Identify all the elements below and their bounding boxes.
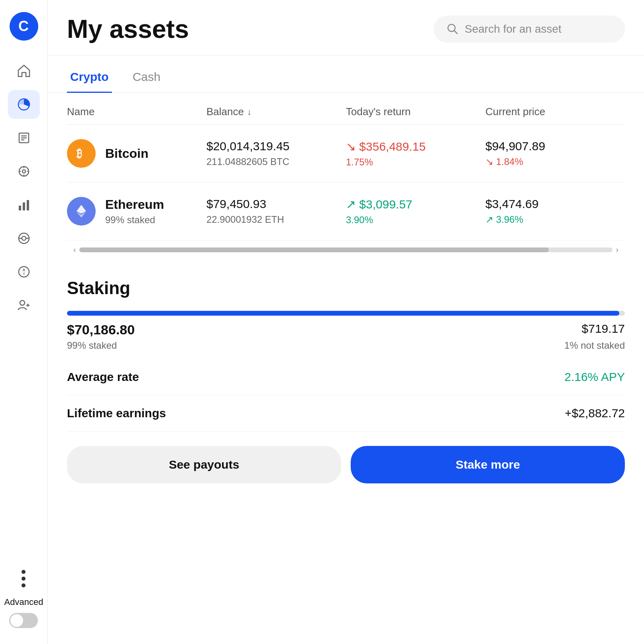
bitcoin-icon: ₿ <box>67 139 96 168</box>
scrollbar-thumb <box>79 247 549 252</box>
table-row[interactable]: Ethereum 99% staked $79,450.93 22.900019… <box>67 183 625 240</box>
average-rate-value: 2.16% APY <box>564 370 625 384</box>
svg-rect-13 <box>23 202 25 210</box>
staking-sub-labels: 99% staked 1% not staked <box>67 340 625 351</box>
col-balance[interactable]: Balance ↓ <box>206 106 346 118</box>
ethereum-subtitle: 99% staked <box>105 214 164 226</box>
scroll-left-arrow[interactable]: ‹ <box>73 245 76 254</box>
bitcoin-return: ↘ $356,489.15 1.75% <box>346 139 485 168</box>
svg-point-22 <box>20 300 25 305</box>
scroll-right-arrow[interactable]: › <box>616 245 618 254</box>
sidebar-item-portfolio[interactable] <box>8 90 40 119</box>
staking-bar-labels: $70,186.80 $719.17 <box>67 322 625 338</box>
sidebar-item-send[interactable] <box>8 224 40 253</box>
svg-rect-14 <box>27 200 29 210</box>
coinbase-logo[interactable]: C <box>10 12 38 41</box>
bitcoin-name: Bitcoin <box>105 146 148 161</box>
svg-line-26 <box>454 31 457 34</box>
header: My assets Search for an asset <box>48 0 644 55</box>
lifetime-earnings-value: +$2,882.72 <box>565 406 625 420</box>
staked-pct-label: 99% staked <box>67 340 117 351</box>
advanced-section: Advanced <box>4 597 43 628</box>
assets-table: Name Balance ↓ Today's return Current pr… <box>48 93 644 240</box>
sidebar-item-explore[interactable] <box>8 157 40 186</box>
ethereum-icon <box>67 197 96 226</box>
lifetime-earnings-label: Lifetime earnings <box>67 406 166 420</box>
staking-bar-fill <box>67 311 619 316</box>
more-menu-button[interactable] <box>22 570 26 587</box>
average-rate-row: Average rate 2.16% APY <box>67 359 625 395</box>
svg-rect-12 <box>19 206 21 210</box>
advanced-label: Advanced <box>4 597 43 607</box>
ethereum-balance: $79,450.93 22.90001932 ETH <box>206 197 346 225</box>
ethereum-name: Ethereum <box>105 197 164 212</box>
svg-marker-28 <box>77 205 86 214</box>
search-bar[interactable]: Search for an asset <box>434 16 625 43</box>
advanced-toggle[interactable] <box>9 613 38 628</box>
svg-marker-21 <box>22 272 26 275</box>
tabs: Crypto Cash <box>48 59 644 93</box>
sidebar-nav <box>0 57 47 570</box>
svg-point-7 <box>22 170 26 173</box>
svg-text:₿: ₿ <box>77 147 82 160</box>
col-current-price: Current price <box>485 106 625 118</box>
ethereum-price: $3,474.69 ↗ 3.96% <box>485 197 625 225</box>
asset-name-cell-ethereum: Ethereum 99% staked <box>67 197 206 226</box>
search-icon <box>446 23 459 35</box>
staking-bar-track <box>67 311 625 316</box>
table-row[interactable]: ₿ Bitcoin $20,014,319.45 211.04882605 BT… <box>67 125 625 183</box>
staking-bar-container: $70,186.80 $719.17 99% staked 1% not sta… <box>67 311 625 351</box>
sidebar: C <box>0 0 48 644</box>
lifetime-earnings-row: Lifetime earnings +$2,882.72 <box>67 395 625 432</box>
bitcoin-balance: $20,014,319.45 211.04882605 BTC <box>206 139 346 167</box>
stake-more-button[interactable]: Stake more <box>351 446 625 483</box>
staking-title: Staking <box>67 278 625 298</box>
not-staked-amount: $719.17 <box>582 322 625 338</box>
staked-amount: $70,186.80 <box>67 322 135 338</box>
svg-point-25 <box>448 24 455 31</box>
asset-name-cell-bitcoin: ₿ Bitcoin <box>67 139 206 168</box>
staking-section: Staking $70,186.80 $719.17 99% staked 1%… <box>48 259 644 499</box>
svg-point-19 <box>19 267 29 277</box>
svg-point-16 <box>22 236 26 240</box>
sidebar-item-home[interactable] <box>8 57 40 85</box>
table-header: Name Balance ↓ Today's return Current pr… <box>67 93 625 125</box>
sidebar-item-charts[interactable] <box>8 190 40 219</box>
scrollbar-track[interactable] <box>79 247 613 252</box>
tab-cash[interactable]: Cash <box>130 59 164 93</box>
sidebar-item-compass[interactable] <box>8 257 40 286</box>
sidebar-bottom: Advanced <box>4 570 43 628</box>
sidebar-item-orders[interactable] <box>8 124 40 152</box>
average-rate-label: Average rate <box>67 370 139 384</box>
svg-marker-20 <box>22 268 26 272</box>
see-payouts-button[interactable]: See payouts <box>67 446 341 483</box>
scrollbar-container: ‹ › <box>67 242 625 257</box>
tab-crypto[interactable]: Crypto <box>67 59 112 93</box>
search-placeholder: Search for an asset <box>465 23 562 35</box>
ethereum-return: ↗ $3,099.57 3.90% <box>346 197 485 226</box>
staking-actions: See payouts Stake more <box>67 446 625 483</box>
sidebar-item-add-user[interactable] <box>8 291 40 320</box>
page-title: My assets <box>67 14 189 44</box>
main-content: My assets Search for an asset Crypto Cas… <box>48 0 644 644</box>
bitcoin-price: $94,907.89 ↘ 1.84% <box>485 139 625 167</box>
col-name: Name <box>67 106 206 118</box>
svg-text:C: C <box>18 18 29 34</box>
col-todays-return: Today's return <box>346 106 485 118</box>
not-staked-pct-label: 1% not staked <box>564 340 625 351</box>
sort-arrow-icon: ↓ <box>247 107 251 117</box>
